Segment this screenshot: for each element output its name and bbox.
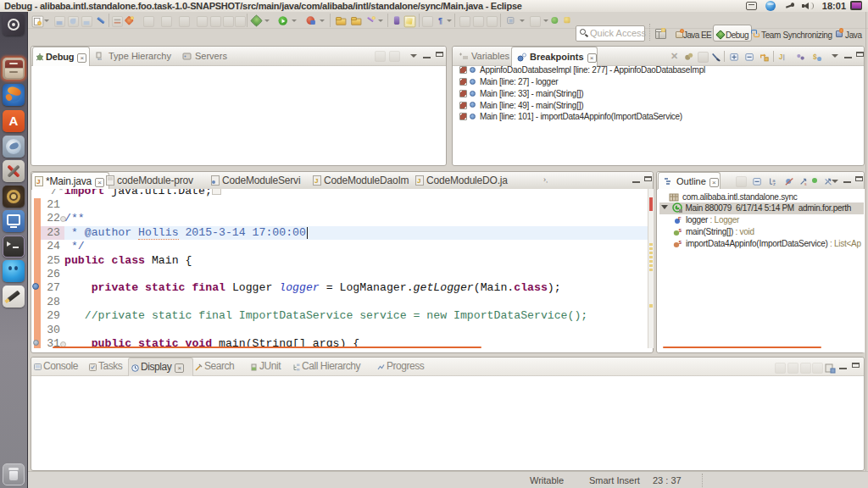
svg-text:F: F <box>678 216 682 221</box>
svg-text:$: $ <box>813 53 817 61</box>
svg-text:s: s <box>679 239 682 245</box>
svg-text:s: s <box>679 227 682 233</box>
svg-text:J: J <box>779 53 783 61</box>
svg-text:s: s <box>804 181 807 186</box>
svg-text:J: J <box>417 177 420 185</box>
svg-text:J: J <box>36 178 40 186</box>
svg-text:z: z <box>773 181 776 186</box>
svg-text:J: J <box>314 177 318 185</box>
